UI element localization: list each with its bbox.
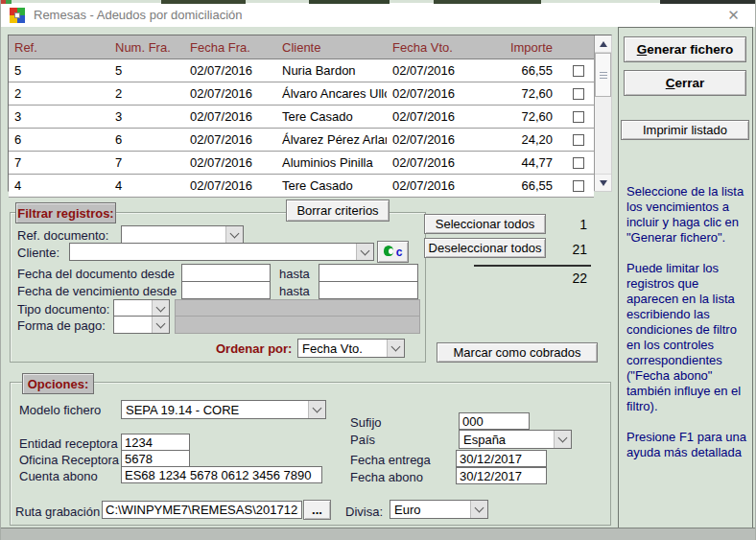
- table-header-row: Ref. Num. Fra. Fecha Fra. Cliente Fecha …: [9, 35, 594, 59]
- table-row[interactable]: 6 6 02/07/2016 Álvarez Pérez Arlanzón 02…: [9, 129, 594, 152]
- pais-combo[interactable]: España: [459, 430, 572, 449]
- table-row[interactable]: 3 3 02/07/2016 Tere Casado 02/07/2016 72…: [9, 106, 594, 129]
- help-paragraph: Presione F1 para una ayuda más detallada: [626, 430, 747, 460]
- sufijo-label: Sufijo: [350, 415, 382, 430]
- ordenar-por-combo[interactable]: Fecha Vto.: [297, 339, 405, 358]
- cell-ref: 5: [9, 63, 109, 78]
- col-header-ref: Ref.: [9, 40, 109, 55]
- not-selected-count: 21: [530, 242, 587, 257]
- help-paragraph: Puede limitar los registros que aparecen…: [626, 261, 747, 414]
- entidad-receptora-label: Entidad receptora: [19, 436, 118, 451]
- cell-ref: 4: [9, 178, 109, 193]
- row-checkbox[interactable]: [573, 65, 584, 77]
- imprimir-listado-button[interactable]: Imprimir listado: [621, 120, 749, 140]
- cell-num: 2: [109, 86, 184, 101]
- scroll-down-icon[interactable]: [595, 174, 611, 191]
- chevron-down-icon[interactable]: [225, 226, 243, 243]
- cuenta-abono-label: Cuenta abono: [19, 469, 98, 483]
- col-header-num: Num. Fra.: [109, 40, 184, 55]
- hasta-label: hasta: [279, 284, 310, 298]
- cell-fecha-fra: 02/07/2016: [184, 132, 276, 147]
- scrollbar-thumb[interactable]: [595, 53, 611, 97]
- cliente-lookup-button[interactable]: c: [377, 241, 409, 263]
- col-header-fecha-vto: Fecha Vto.: [387, 40, 495, 55]
- cell-cliente: Nuria Bardon: [276, 63, 387, 78]
- cell-ref: 2: [9, 86, 109, 101]
- chevron-down-icon[interactable]: [356, 244, 373, 260]
- mark-as-paid-button[interactable]: Marcar como cobrados: [437, 342, 598, 363]
- filter-group-title: Filtrar registros:: [15, 202, 116, 223]
- fecha-documento-hasta-input[interactable]: [319, 264, 418, 282]
- cuenta-abono-input[interactable]: [121, 466, 322, 483]
- row-checkbox[interactable]: [573, 134, 584, 146]
- cell-fecha-vto: 02/07/2016: [387, 155, 495, 170]
- chevron-down-icon[interactable]: [152, 317, 169, 333]
- cell-num: 3: [109, 109, 184, 124]
- row-checkbox[interactable]: [573, 88, 584, 100]
- entidad-receptora-input[interactable]: [121, 434, 190, 451]
- cell-cliente: Tere Casado: [276, 109, 387, 124]
- app-icon: [10, 8, 25, 23]
- cell-num: 4: [109, 178, 184, 193]
- chevron-down-icon[interactable]: [152, 300, 169, 317]
- help-paragraph: Seleccione de la lista los vencimientos …: [626, 184, 747, 246]
- cell-importe: 72,60: [495, 86, 562, 101]
- cell-cliente: Aluminios Pinilla: [276, 155, 387, 170]
- cell-fecha-vto: 02/07/2016: [387, 132, 495, 147]
- fecha-vencimiento-desde-input[interactable]: [181, 281, 271, 299]
- cell-ref: 7: [9, 155, 109, 170]
- window-title: Remesas - Adeudos por domiciliación: [34, 8, 243, 22]
- col-header-cliente: Cliente: [276, 40, 387, 55]
- fecha-vencimiento-desde-label: Fecha de vencimiento desde: [17, 284, 177, 298]
- cell-importe: 66,55: [495, 63, 562, 78]
- table-row[interactable]: 2 2 02/07/2016 Álvaro Ancares Ullo 02/07…: [9, 82, 594, 106]
- ruta-grabacion-label: Ruta grabación: [15, 505, 100, 519]
- row-checkbox[interactable]: [573, 180, 584, 192]
- clear-criteria-button[interactable]: Borrar criterios: [286, 200, 390, 222]
- chevron-down-icon[interactable]: [387, 340, 404, 357]
- browse-button[interactable]: ...: [303, 500, 331, 520]
- chevron-down-icon[interactable]: [554, 431, 571, 448]
- chevron-down-icon[interactable]: [308, 401, 325, 418]
- cell-fecha-vto: 02/07/2016: [387, 109, 495, 124]
- forma-pago-combo[interactable]: [113, 316, 170, 334]
- cell-fecha-fra: 02/07/2016: [184, 155, 276, 170]
- fecha-vencimiento-hasta-input[interactable]: [319, 281, 418, 299]
- bottom-edge: [0, 528, 756, 540]
- oficina-receptora-input[interactable]: [121, 450, 190, 467]
- background-window-fragments: [0, 0, 756, 4]
- cell-num: 5: [109, 63, 184, 78]
- ruta-grabacion-input[interactable]: [102, 501, 302, 519]
- cliente-combo[interactable]: [69, 243, 374, 261]
- fecha-entrega-input[interactable]: [456, 450, 547, 467]
- chevron-down-icon[interactable]: [470, 501, 487, 518]
- documents-table: Ref. Num. Fra. Fecha Fra. Cliente Fecha …: [8, 35, 612, 192]
- ref-documento-combo[interactable]: [121, 225, 244, 244]
- table-scrollbar[interactable]: [594, 35, 611, 191]
- fecha-abono-input[interactable]: [456, 467, 547, 484]
- cerrar-button[interactable]: Cerrar: [624, 70, 746, 96]
- deselect-all-button[interactable]: Deseleccionar todos: [424, 238, 546, 258]
- oficina-receptora-label: Oficina Receptora: [19, 453, 119, 467]
- tipo-documento-label: Tipo documento:: [17, 302, 109, 317]
- scroll-up-icon[interactable]: [595, 35, 611, 53]
- generar-fichero-button[interactable]: Generar fichero: [624, 36, 746, 62]
- fecha-documento-desde-label: Fecha del documento desde: [17, 267, 175, 281]
- select-all-button[interactable]: Seleccionar todos: [424, 214, 546, 234]
- modelo-fichero-combo[interactable]: SEPA 19.14 - CORE: [121, 400, 326, 419]
- row-checkbox[interactable]: [573, 157, 584, 169]
- table-row[interactable]: 5 5 02/07/2016 Nuria Bardon 02/07/2016 6…: [9, 59, 594, 82]
- table-row[interactable]: 4 4 02/07/2016 Tere Casado 02/07/2016 66…: [9, 175, 594, 198]
- cell-fecha-fra: 02/07/2016: [184, 178, 276, 193]
- row-checkbox[interactable]: [573, 111, 584, 123]
- fecha-documento-desde-input[interactable]: [181, 264, 271, 282]
- sufijo-input[interactable]: [459, 412, 530, 430]
- table-row[interactable]: 7 7 02/07/2016 Aluminios Pinilla 02/07/2…: [9, 152, 594, 175]
- close-icon[interactable]: ✕: [712, 3, 755, 27]
- cell-fecha-vto: 02/07/2016: [387, 178, 495, 193]
- title-bar[interactable]: Remesas - Adeudos por domiciliación ✕: [1, 3, 755, 27]
- divisa-combo[interactable]: Euro: [390, 500, 488, 519]
- ordenar-por-label: Ordenar por:: [216, 341, 292, 356]
- cell-num: 7: [109, 155, 184, 170]
- cell-fecha-vto: 02/07/2016: [387, 86, 495, 101]
